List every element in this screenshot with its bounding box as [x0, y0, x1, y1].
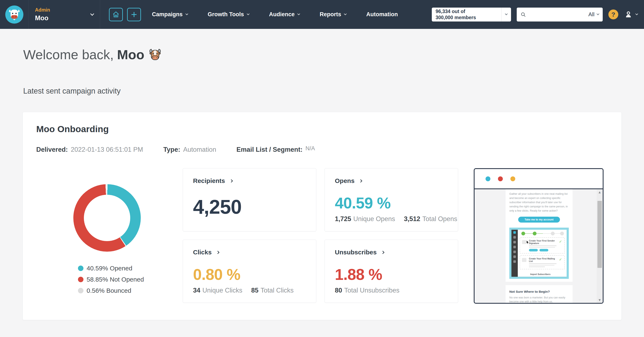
scroll-down-icon[interactable]: ▼	[599, 299, 601, 302]
legend-item-opened: 40.59% Opened	[78, 265, 183, 272]
opens-card: Opens 40.59 % 1,725Unique Opens 3,512Tot…	[324, 168, 458, 232]
recipients-value: 4,250	[193, 197, 306, 217]
nav-item-audience[interactable]: Audience	[269, 11, 300, 18]
mini-sidebar	[512, 230, 518, 277]
onboarding-screenshot: Create Your First Sender Signature ✓	[509, 228, 569, 279]
members-count-line1: 96,334 out of	[436, 8, 498, 14]
window-dot-teal	[486, 176, 490, 181]
top-navbar: Admin Moo Campaigns Growth Tools Audienc…	[0, 0, 644, 29]
email-paragraph: Gather all your subscribers in one neat …	[509, 192, 569, 213]
window-dot-yellow	[510, 176, 515, 181]
chevron-right-icon	[230, 179, 233, 182]
campaign-meta: Delivered:2022-01-13 06:51:01 PM Type:Au…	[36, 145, 608, 154]
unsubscribes-link[interactable]: Unsubscribes	[335, 249, 448, 256]
preview-body: Gather all your subscribers in one neat …	[474, 189, 603, 303]
search-icon	[520, 12, 526, 17]
clicks-value: 0.80 %	[193, 267, 306, 282]
begin-heading: Not Sure Where to Begin?	[509, 290, 569, 294]
global-search: All	[517, 8, 603, 22]
user-menu[interactable]	[624, 10, 638, 19]
preview-titlebar	[474, 169, 603, 189]
campaign-preview-window[interactable]: Gather all your subscribers in one neat …	[474, 168, 604, 304]
nav-item-campaigns[interactable]: Campaigns	[152, 11, 188, 18]
unique-opens: 1,725Unique Opens	[335, 215, 395, 223]
begin-text: No one was born a marketer. But you can …	[509, 296, 569, 303]
chevron-down-icon	[635, 12, 638, 15]
unsubscribes-value: 1.88 %	[335, 267, 448, 282]
window-dot-red	[498, 176, 503, 181]
account-switcher[interactable]: Admin Moo	[29, 0, 100, 29]
check-icon: ✓	[559, 257, 562, 262]
opens-value: 40.59 %	[335, 195, 448, 211]
user-icon	[624, 10, 633, 19]
chevron-down-icon	[297, 12, 300, 15]
legend-item-not-opened: 58.85% Not Opened	[78, 276, 183, 283]
cow-emoji	[148, 48, 162, 62]
dashboard-main: Welcome back, Moo Latest sent campaign a…	[0, 47, 644, 320]
chevron-down-icon	[247, 12, 250, 15]
meta-type: Type:Automation	[163, 146, 216, 154]
welcome-user-name: Moo	[117, 47, 144, 62]
unique-clicks: 34Unique Clicks	[193, 287, 242, 294]
welcome-heading: Welcome back, Moo	[23, 47, 644, 62]
clicks-link[interactable]: Clicks	[193, 249, 306, 256]
account-role: Admin	[35, 7, 50, 13]
meta-segment: Email List / Segment:N/A	[236, 145, 315, 154]
chevron-right-icon	[359, 179, 362, 182]
help-button[interactable]: ?	[608, 10, 618, 20]
stats-grid: Recipients 4,250 Opens 40.59 % 1,725Uniq…	[183, 168, 458, 304]
members-count-line2: 300,000 members	[436, 14, 498, 20]
mini-import-row: Import Subscribers	[520, 271, 565, 277]
email-section-top: Gather all your subscribers in one neat …	[506, 189, 572, 282]
chevron-right-icon	[216, 250, 220, 254]
meta-delivered: Delivered:2022-01-13 06:51:01 PM	[36, 146, 143, 154]
chevron-down-icon	[90, 12, 94, 16]
question-mark-icon: ?	[611, 11, 615, 18]
total-opens: 3,512Total Opens	[404, 215, 457, 223]
unsubscribes-card: Unsubscribes 1.88 % 80Total Unsubscribes	[324, 240, 458, 303]
search-scope-dropdown[interactable]: All	[588, 11, 599, 18]
scroll-up-icon[interactable]: ▲	[599, 191, 601, 194]
legend-dot-opened	[78, 266, 84, 271]
donut-chart	[73, 184, 141, 252]
chevron-right-icon	[381, 250, 384, 254]
plus-icon	[130, 11, 138, 18]
legend-dot-bounced	[78, 288, 84, 293]
email-cta-button: Take me to my account	[518, 217, 560, 222]
mini-task-mailing-list: Create Your First Mailing List ✓	[520, 255, 565, 269]
nav-item-automation[interactable]: Automation	[366, 11, 398, 18]
chevron-down-icon	[344, 12, 347, 15]
moosend-logo[interactable]	[0, 0, 29, 29]
home-icon	[112, 11, 120, 18]
cursor-icon	[526, 240, 529, 244]
section-title: Latest sent campaign activity	[23, 86, 644, 96]
chart-legend: 40.59% Opened 58.85% Not Opened 0.56% Bo…	[78, 265, 183, 294]
recipients-card: Recipients 4,250	[183, 168, 316, 232]
scrollbar-thumb[interactable]	[598, 201, 602, 268]
nav-item-growth-tools[interactable]: Growth Tools	[208, 11, 249, 18]
email-content: Gather all your subscribers in one neat …	[506, 189, 572, 303]
main-navigation: Campaigns Growth Tools Audience Reports …	[152, 11, 398, 18]
total-clicks: 85Total Clicks	[251, 287, 294, 294]
clicks-card: Clicks 0.80 % 34Unique Clicks 85Total Cl…	[183, 240, 316, 303]
chevron-down-icon	[186, 12, 188, 15]
campaign-activity-card: Moo Onboarding Delivered:2022-01-13 06:5…	[22, 112, 622, 320]
mini-task-sender-signature: Create Your First Sender Signature ✓	[520, 237, 565, 254]
email-section-bottom: Not Sure Where to Begin? No one was born…	[506, 285, 572, 303]
recipients-link[interactable]: Recipients	[193, 177, 306, 184]
campaign-title: Moo Onboarding	[36, 124, 608, 134]
opens-link[interactable]: Opens	[335, 177, 448, 184]
chevron-down-icon	[596, 12, 599, 15]
create-new-button[interactable]	[127, 8, 141, 21]
total-unsubscribes: 80Total Unsubscribes	[335, 287, 399, 294]
search-input[interactable]	[528, 12, 586, 18]
preview-scrollbar: ▲ ▼	[596, 189, 603, 303]
legend-dot-not-opened	[78, 277, 84, 282]
home-button[interactable]	[109, 8, 123, 21]
mini-progress-stepper	[520, 232, 564, 236]
chevron-down-icon	[505, 12, 508, 15]
members-quota-dropdown[interactable]: 96,334 out of 300,000 members	[432, 8, 511, 22]
nav-item-reports[interactable]: Reports	[320, 11, 346, 18]
legend-item-bounced: 0.56% Bounced	[78, 287, 183, 294]
check-icon: ✓	[559, 240, 562, 244]
